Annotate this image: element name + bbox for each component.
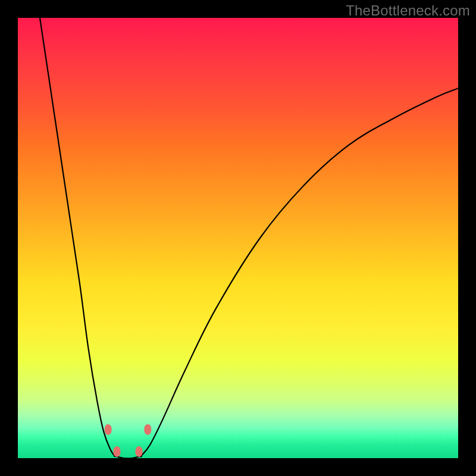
curve-path [40,18,458,458]
chart-plot-area [18,18,458,458]
watermark-text: TheBottleneck.com [346,2,470,19]
curve-marker [105,424,112,435]
curve-marker [114,446,121,457]
curve-marker [136,446,143,457]
curve-marker [144,424,151,435]
bottleneck-curve [18,18,458,458]
